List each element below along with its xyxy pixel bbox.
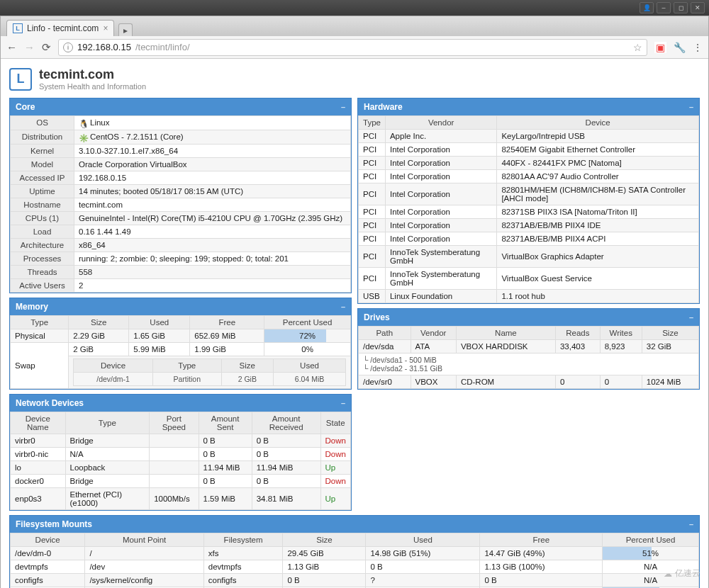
cell: 1024 MiB — [642, 375, 698, 389]
cell: 0 B — [199, 474, 252, 487]
cell: 1.13 GiB — [283, 560, 366, 573]
percent-cell: 72% — [264, 329, 351, 342]
collapse-icon[interactable]: – — [689, 520, 693, 528]
cell: Intel Corporation — [385, 183, 496, 205]
cell: 34.81 MiB — [252, 487, 320, 509]
reload-button[interactable]: ⟳ — [42, 41, 51, 54]
forward-button[interactable]: → — [24, 41, 35, 53]
minimize-window-button[interactable]: – — [657, 2, 671, 13]
cell: virbr0-nic — [11, 447, 66, 460]
cell: InnoTek Systemberatung GmbH — [385, 268, 496, 290]
state-cell: Up — [320, 487, 350, 509]
cell: 11.94 MiB — [252, 460, 320, 474]
cell: 6.04 MiB — [274, 372, 346, 385]
col-header: Amount Received — [252, 412, 320, 434]
col-header: Type — [11, 315, 69, 329]
hardware-table: TypeVendorDevicePCIApple Inc.KeyLargo/In… — [358, 115, 699, 303]
cell: Loopback — [65, 460, 150, 474]
cell: Intel Corporation — [385, 232, 496, 246]
col-header: Amount Sent — [199, 412, 252, 434]
extension-icon[interactable]: ▣ — [654, 42, 666, 53]
collapse-icon[interactable]: – — [341, 103, 345, 111]
cell: 1.59 MiB — [199, 487, 252, 509]
state-cell: Down — [320, 474, 350, 487]
memory-table: TypeSizeUsedFreePercent UsedPhysical2.29… — [10, 315, 351, 389]
cell: 440FX - 82441FX PMC [Natoma] — [497, 157, 699, 170]
panel-title: Network Devices — [16, 398, 84, 408]
collapse-icon[interactable]: – — [341, 303, 345, 311]
cell: CD-ROM — [456, 375, 555, 389]
info-icon[interactable]: i — [63, 43, 73, 52]
cell: Intel Corporation — [385, 143, 496, 157]
user-icon[interactable]: 👤 — [640, 2, 654, 13]
cell: 0 B — [283, 573, 366, 587]
col-header: Device Name — [11, 412, 66, 434]
tab-bar: L Linfo - tecmint.com × ▸ — [1, 16, 708, 36]
cell: 14.47 GiB (49%) — [480, 546, 603, 560]
col-header: Used — [129, 315, 190, 329]
cell: 5.99 MiB — [129, 342, 190, 356]
col-header: Threads — [11, 265, 74, 278]
cell — [150, 447, 199, 460]
cell: 8,923 — [600, 340, 642, 354]
cell: 82801AA AC'97 Audio Controller — [497, 170, 699, 183]
collapse-icon[interactable]: – — [341, 399, 345, 407]
cell: 0 B — [199, 447, 252, 460]
cell: enp0s3 — [11, 487, 66, 509]
browser-tab[interactable]: L Linfo - tecmint.com × — [6, 20, 114, 36]
url-input[interactable]: i 192.168.0.15/tecmint/linfo/ ☆ — [58, 39, 647, 56]
tab-title: Linfo - tecmint.com — [27, 23, 99, 33]
col-header: Model — [11, 157, 74, 171]
col-header: Load — [11, 225, 74, 238]
col-header: Percent Used — [264, 315, 351, 329]
cell: 192.168.0.15 — [74, 171, 351, 184]
new-tab-button[interactable]: ▸ — [118, 23, 133, 36]
col-header: Device — [11, 533, 85, 546]
cell: 2.29 GiB — [69, 329, 129, 342]
panel-title: Filesystem Mounts — [16, 519, 92, 529]
cell: 2 — [74, 278, 351, 292]
maximize-window-button[interactable]: ◻ — [674, 2, 688, 13]
cell: lo — [11, 460, 66, 474]
cell: 558 — [74, 265, 351, 278]
cell: Intel Corporation — [385, 205, 496, 219]
network-panel: Network Devices– Device NameTypePort Spe… — [9, 394, 352, 511]
cell: PCI — [359, 246, 386, 268]
cell: 14.98 GiB (51%) — [366, 546, 480, 560]
back-button[interactable]: ← — [6, 41, 17, 53]
cell: devtmpfs — [11, 560, 85, 573]
col-header: Percent Used — [603, 533, 699, 546]
cell: 0 B — [252, 447, 320, 460]
col-header: Size — [642, 327, 698, 340]
cell: VBOX — [411, 375, 456, 389]
col-header: Architecture — [11, 238, 74, 251]
cell: /dev/dm-1 — [74, 372, 153, 385]
cell: docker0 — [11, 474, 66, 487]
col-header: Used — [366, 533, 480, 546]
collapse-icon[interactable]: – — [689, 313, 693, 322]
close-window-button[interactable]: ✕ — [691, 2, 705, 13]
col-header: Name — [456, 327, 555, 340]
cell: Physical — [11, 329, 69, 342]
bookmark-icon[interactable]: ☆ — [633, 42, 642, 53]
cell: 11.94 MiB — [199, 460, 252, 474]
close-tab-icon[interactable]: × — [103, 23, 108, 33]
cell: /sys/kernel/config — [85, 573, 203, 587]
cell: 0 B — [252, 434, 320, 447]
collapse-icon[interactable]: – — [689, 103, 693, 111]
col-header: CPUs (1) — [11, 211, 74, 225]
cell: KeyLargo/Intrepid USB — [497, 130, 699, 143]
cell: 3.10.0-327.10.1.el7.x86_64 — [74, 144, 351, 157]
menu-icon[interactable]: ⋮ — [693, 42, 703, 53]
col-header: Size — [69, 315, 129, 329]
wrench-icon[interactable]: 🔧 — [674, 42, 686, 53]
cell: Oracle Corporation VirtualBox — [74, 157, 351, 171]
cell: 82540EM Gigabit Ethernet Controller — [497, 143, 699, 157]
col-header: Vendor — [385, 116, 496, 130]
cell: /dev/dm-0 — [11, 546, 85, 560]
cell: 1.99 GiB — [190, 342, 264, 356]
browser-window: L Linfo - tecmint.com × ▸ ← → ⟳ i 192.16… — [0, 16, 709, 588]
cell: PCI — [359, 170, 386, 183]
cell: Bridge — [65, 474, 150, 487]
cell: ATA — [411, 340, 456, 354]
